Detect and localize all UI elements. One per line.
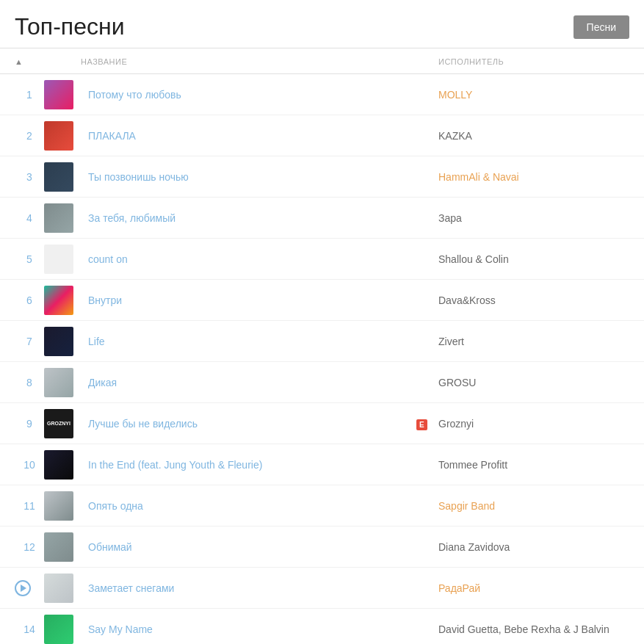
explicit-cell: E bbox=[416, 417, 438, 430]
artist-cell: Shallou & Colin bbox=[438, 253, 629, 265]
rank-cell: 6 bbox=[15, 294, 44, 306]
artist-cell: GROSU bbox=[438, 377, 629, 388]
artist-link[interactable]: MOLLY bbox=[438, 89, 472, 101]
thumbnail-cell bbox=[44, 327, 81, 356]
title-cell: Дикая bbox=[88, 377, 416, 388]
tracks-list: 1Потому что любовьMOLLY2ПЛАКАЛАKAZKA3Ты … bbox=[0, 74, 644, 644]
artist-name: Diana Zavidova bbox=[438, 541, 510, 553]
play-button[interactable] bbox=[15, 580, 31, 596]
artist-cell: HammAli & Navai bbox=[438, 171, 629, 183]
rank-cell: 5 bbox=[15, 253, 44, 265]
explicit-badge: E bbox=[416, 419, 427, 430]
artist-cell: Diana Zavidova bbox=[438, 541, 629, 553]
title-cell: Обнимай bbox=[88, 541, 416, 553]
artist-cell: Tommee Profitt bbox=[438, 459, 629, 471]
rank-cell: 1 bbox=[15, 89, 44, 101]
rank-cell: 7 bbox=[15, 336, 44, 347]
track-title-link[interactable]: Заметает снегами bbox=[88, 582, 174, 594]
thumbnail-cell bbox=[44, 491, 81, 521]
artist-name: Tommee Profitt bbox=[438, 459, 507, 471]
artist-name: Зара bbox=[438, 212, 462, 224]
table-row[interactable]: 11Опять однаSapgir Band bbox=[0, 485, 644, 527]
artist-name: Zivert bbox=[438, 336, 464, 347]
track-title-link[interactable]: За тебя, любимый bbox=[88, 212, 176, 224]
songs-button[interactable]: Песни bbox=[574, 15, 629, 39]
title-cell: Заметает снегами bbox=[88, 582, 416, 594]
table-row[interactable]: 7LifeZivert bbox=[0, 321, 644, 362]
table-row[interactable]: 3Ты позвонишь ночьюHammAli & Navai bbox=[0, 156, 644, 198]
rank-cell: 9 bbox=[15, 418, 44, 430]
artist-cell: David Guetta, Bebe Rexha & J Balvin bbox=[438, 623, 629, 635]
track-title-link[interactable]: Ты позвонишь ночью bbox=[88, 171, 189, 183]
name-column-header: НАЗВАНИЕ bbox=[81, 57, 127, 66]
sort-arrow[interactable]: ▲ bbox=[15, 57, 23, 66]
rank-cell: 12 bbox=[15, 541, 44, 553]
rank-cell: 10 bbox=[15, 459, 44, 471]
title-cell: Потому что любовь bbox=[88, 89, 416, 101]
table-row[interactable]: 14Say My NameDavid Guetta, Bebe Rexha & … bbox=[0, 609, 644, 644]
page-title: Топ-песни bbox=[15, 13, 125, 40]
artist-cell: Sapgir Band bbox=[438, 500, 629, 512]
thumbnail-cell bbox=[44, 162, 81, 192]
title-cell: Ты позвонишь ночью bbox=[88, 171, 416, 183]
track-title-link[interactable]: Обнимай bbox=[88, 541, 132, 553]
track-title-link[interactable]: ПЛАКАЛА bbox=[88, 130, 136, 142]
track-title-link[interactable]: Внутри bbox=[88, 294, 122, 306]
thumbnail-cell bbox=[44, 368, 81, 397]
artist-link[interactable]: HammAli & Navai bbox=[438, 171, 519, 183]
thumbnail-cell bbox=[44, 245, 81, 274]
track-title-link[interactable]: count on bbox=[88, 253, 128, 265]
table-row[interactable]: 8ДикаяGROSU bbox=[0, 362, 644, 403]
table-row[interactable]: 1Потому что любовьMOLLY bbox=[0, 74, 644, 115]
title-cell: ПЛАКАЛА bbox=[88, 130, 416, 142]
title-cell: За тебя, любимый bbox=[88, 212, 416, 224]
thumbnail-cell bbox=[44, 450, 81, 480]
artist-name: David Guetta, Bebe Rexha & J Balvin bbox=[438, 623, 609, 635]
track-title-link[interactable]: Лучше бы не виделись bbox=[88, 418, 198, 430]
track-title-link[interactable]: Дикая bbox=[88, 377, 117, 388]
table-row[interactable]: 4За тебя, любимыйЗара bbox=[0, 198, 644, 239]
rank-cell: 14 bbox=[15, 623, 44, 635]
rank-cell: 11 bbox=[15, 500, 44, 512]
artist-name: Dava&Kross bbox=[438, 294, 496, 306]
table-row[interactable]: 6ВнутриDava&Kross bbox=[0, 280, 644, 321]
artist-name: Groznyi bbox=[438, 418, 474, 430]
table-row[interactable]: Заметает снегамиРадаРай bbox=[0, 568, 644, 609]
table-row[interactable]: 12ОбнимайDiana Zavidova bbox=[0, 527, 644, 568]
table-row[interactable]: 10In the End (feat. Jung Youth & Fleurie… bbox=[0, 444, 644, 485]
artist-name: GROSU bbox=[438, 377, 476, 388]
rank-cell bbox=[15, 580, 44, 596]
track-title-link[interactable]: Опять одна bbox=[88, 500, 143, 512]
artist-column-header: ИСПОЛНИТЕЛЬ bbox=[438, 57, 504, 66]
title-cell: In the End (feat. Jung Youth & Fleurie) bbox=[88, 459, 416, 471]
rank-cell: 8 bbox=[15, 377, 44, 388]
artist-name: KAZKA bbox=[438, 130, 472, 142]
thumbnail-cell bbox=[44, 615, 81, 644]
thumbnail-cell: GROZNYI bbox=[44, 409, 81, 438]
artist-cell: Zivert bbox=[438, 336, 629, 347]
artist-cell: Зара bbox=[438, 212, 629, 224]
artist-cell: Groznyi bbox=[438, 418, 629, 430]
artist-link[interactable]: РадаРай bbox=[438, 582, 480, 594]
title-cell: Say My Name bbox=[88, 623, 416, 635]
artist-link[interactable]: Sapgir Band bbox=[438, 500, 495, 512]
table-row[interactable]: 5count onShallou & Colin bbox=[0, 239, 644, 280]
track-title-link[interactable]: Life bbox=[88, 336, 105, 347]
rank-cell: 3 bbox=[15, 171, 44, 183]
track-title-link[interactable]: Say My Name bbox=[88, 623, 153, 635]
title-cell: Life bbox=[88, 336, 416, 347]
page-header: Топ-песни Песни bbox=[0, 0, 644, 48]
title-cell: Внутри bbox=[88, 294, 416, 306]
artist-cell: РадаРай bbox=[438, 582, 629, 594]
title-cell: Лучше бы не виделись bbox=[88, 418, 416, 430]
thumbnail-cell bbox=[44, 203, 81, 233]
rank-cell: 4 bbox=[15, 212, 44, 224]
thumbnail-cell bbox=[44, 532, 81, 562]
table-row[interactable]: 9GROZNYIЛучше бы не виделисьEGroznyi bbox=[0, 403, 644, 444]
track-title-link[interactable]: Потому что любовь bbox=[88, 89, 181, 101]
artist-cell: KAZKA bbox=[438, 130, 629, 142]
table-row[interactable]: 2ПЛАКАЛАKAZKA bbox=[0, 115, 644, 156]
track-title-link[interactable]: In the End (feat. Jung Youth & Fleurie) bbox=[88, 459, 262, 471]
thumbnail-cell bbox=[44, 121, 81, 151]
table-header: ▲ НАЗВАНИЕ ИСПОЛНИТЕЛЬ bbox=[0, 48, 644, 74]
